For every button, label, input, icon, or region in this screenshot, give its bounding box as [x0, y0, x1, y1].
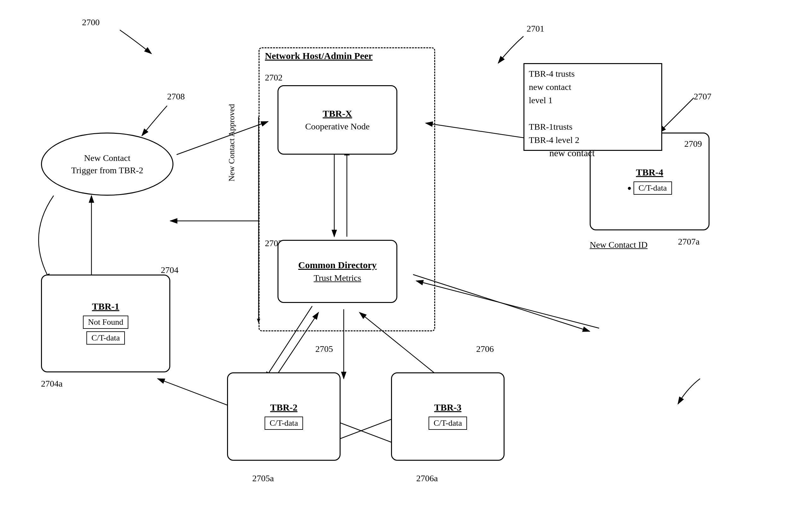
tbr1-node: TBR-1 Not Found C/T-data: [41, 275, 170, 372]
ref-2705a: 2705a: [252, 473, 274, 483]
trust-line5: TBR-1trusts: [529, 120, 657, 134]
ref-2708: 2708: [167, 92, 185, 101]
common-directory-subtitle: Trust Metrics: [314, 273, 361, 283]
diagram: 2700 2701 Network Host/Admin Peer 2702 T…: [0, 0, 812, 521]
trust-line2: new contact: [529, 81, 657, 94]
trust-line6: TBR-4 level 2: [529, 134, 657, 147]
tbr3-node: TBR-3 C/T-data: [391, 372, 505, 461]
tbr-x-subtitle: Cooperative Node: [305, 121, 370, 132]
tbr2-title: TBR-2: [270, 402, 298, 413]
trust-info-box: TBR-4 trusts new contact level 1 TBR-1tr…: [523, 63, 662, 151]
tbr2-inner1: C/T-data: [265, 416, 303, 430]
ref-2704a: 2704a: [41, 379, 63, 389]
tbr1-title: TBR-1: [92, 301, 120, 312]
new-contact-label: new contact: [549, 148, 595, 158]
ref-2705: 2705: [315, 344, 333, 354]
common-directory-title: Common Directory: [298, 260, 377, 270]
ref-2704: 2704: [161, 265, 178, 275]
new-contact-trigger-text: New Contact Trigger from TBR-2: [71, 152, 143, 176]
tbr-x-title: TBR-X: [323, 108, 352, 119]
new-contact-trigger-ellipse: New Contact Trigger from TBR-2: [41, 133, 173, 196]
ref-2707a: 2707a: [678, 237, 699, 247]
tbr4-inner1: C/T-data: [634, 181, 672, 195]
new-contact-id-label: New Contact ID: [590, 240, 648, 250]
tbr-x-node: TBR-X Cooperative Node: [278, 85, 397, 155]
figure-number: 2700: [82, 17, 100, 27]
trust-line3: level 1: [529, 94, 657, 107]
common-directory-node: Common Directory Trust Metrics: [278, 240, 397, 303]
tbr1-inner1: Not Found: [83, 316, 128, 329]
ref-2706: 2706: [476, 344, 494, 354]
tbr4-title: TBR-4: [636, 167, 664, 178]
network-host-label: Network Host/Admin Peer: [265, 50, 373, 61]
ref-2706a: 2706a: [416, 473, 438, 483]
trust-line1: TBR-4 trusts: [529, 67, 657, 81]
tbr1-inner2: C/T-data: [87, 331, 125, 345]
ref-2702: 2702: [265, 73, 283, 83]
tbr3-title: TBR-3: [434, 402, 462, 413]
ref-2709: 2709: [684, 139, 702, 149]
ref-2701: 2701: [527, 24, 544, 34]
tbr3-inner1: C/T-data: [429, 416, 467, 430]
tbr2-node: TBR-2 C/T-data: [227, 372, 340, 461]
ref-2707: 2707: [694, 92, 711, 101]
new-contact-approved-label: New Contact Approved: [227, 104, 237, 181]
